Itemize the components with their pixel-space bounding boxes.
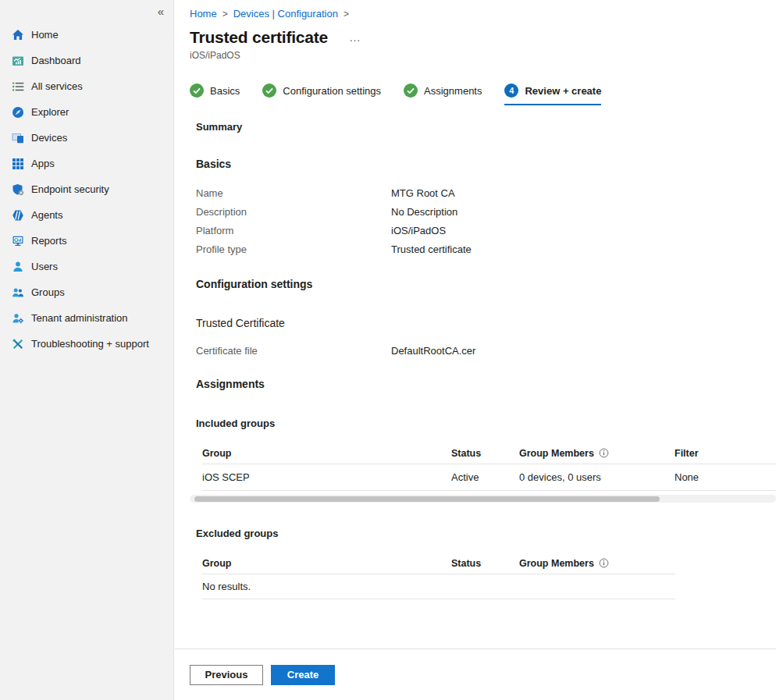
tab-configuration-settings[interactable]: Configuration settings <box>262 84 381 105</box>
sidebar-item-label: Tenant administration <box>31 312 128 324</box>
empty-results-row: No results. <box>202 574 675 599</box>
tab-label: Basics <box>210 85 240 97</box>
basics-summary: Name MTG Root CA Description No Descript… <box>196 183 776 258</box>
sidebar-item-home[interactable]: Home <box>0 22 173 48</box>
sidebar-item-label: Agents <box>31 209 62 221</box>
sidebar-item-reports[interactable]: Reports <box>0 228 173 254</box>
sidebar-item-agents[interactable]: Agents <box>0 202 173 228</box>
row-value: MTG Root CA <box>391 187 455 199</box>
sidebar-nav: Home Dashboard All services Explorer <box>0 22 173 357</box>
assignments-heading: Assignments <box>196 377 776 391</box>
row-label: Certificate file <box>196 345 391 357</box>
sidebar-item-all-services[interactable]: All services <box>0 73 173 99</box>
sidebar: « Home Dashboard All services <box>0 0 174 700</box>
column-header-group-members: Group Members <box>519 558 675 569</box>
summary-row-platform: Platform iOS/iPadOS <box>196 221 776 240</box>
all-services-icon <box>11 80 24 93</box>
tab-assignments[interactable]: Assignments <box>404 84 482 105</box>
table-row[interactable]: iOS SCEP Active 0 devices, 0 users None <box>202 464 776 491</box>
tab-basics[interactable]: Basics <box>190 84 240 105</box>
column-header-group-members: Group Members <box>519 448 675 459</box>
table-header-row: Group Status Group Members Filter <box>202 442 776 464</box>
cell-filter: None <box>675 471 776 483</box>
table-header-row: Group Status Group Members <box>202 553 675 574</box>
summary-heading: Summary <box>196 121 776 133</box>
step-number-icon: 4 <box>504 84 518 98</box>
horizontal-scrollbar[interactable] <box>190 495 776 503</box>
page-subtitle: iOS/iPadOS <box>190 50 776 62</box>
breadcrumb-home-link[interactable]: Home <box>190 8 217 20</box>
row-value: No Description <box>391 206 457 218</box>
tab-label: Review + create <box>525 85 601 97</box>
sidebar-item-troubleshooting[interactable]: Troubleshooting + support <box>0 331 173 357</box>
scrollbar-thumb[interactable] <box>194 496 660 502</box>
info-icon[interactable] <box>599 448 609 458</box>
excluded-groups-table: Group Status Group Members No results. <box>202 553 675 599</box>
sidebar-item-explorer[interactable]: Explorer <box>0 99 173 125</box>
row-label: Description <box>196 206 391 218</box>
summary-row-description: Description No Description <box>196 202 776 221</box>
no-results-text: No results. <box>202 581 451 592</box>
explorer-icon <box>11 105 24 119</box>
endpoint-security-icon <box>11 183 24 196</box>
sidebar-item-label: Dashboard <box>31 55 81 66</box>
row-label: Platform <box>196 225 391 236</box>
sidebar-item-label: Troubleshooting + support <box>31 338 149 350</box>
cell-status: Active <box>451 471 519 483</box>
users-icon <box>11 260 24 273</box>
breadcrumb-devices-configuration-link[interactable]: Devices | Configuration <box>233 8 338 20</box>
row-label: Name <box>196 187 391 199</box>
summary-row-name: Name MTG Root CA <box>196 183 776 202</box>
included-groups-table: Group Status Group Members Filter iOS SC… <box>202 442 776 491</box>
reports-icon <box>11 234 24 247</box>
sidebar-item-endpoint-security[interactable]: Endpoint security <box>0 176 173 202</box>
groups-icon <box>11 286 24 299</box>
apps-icon <box>11 157 24 170</box>
row-value: Trusted certificate <box>391 243 472 255</box>
cell-group: iOS SCEP <box>202 471 451 483</box>
trusted-certificate-subheading: Trusted Certificate <box>196 316 776 330</box>
sidebar-item-label: Endpoint security <box>31 183 109 195</box>
summary-row-certificate-file: Certificate file DefaultRootCA.cer <box>196 341 776 360</box>
home-icon <box>11 28 24 41</box>
tab-review-create[interactable]: 4 Review + create <box>504 84 601 105</box>
included-groups-heading: Included groups <box>196 418 776 430</box>
page-title: Trusted certificate <box>190 27 328 48</box>
more-options-icon[interactable]: … <box>349 34 361 41</box>
sidebar-item-apps[interactable]: Apps <box>0 151 173 176</box>
tab-label: Assignments <box>424 85 482 97</box>
wizard-footer: Previous Create <box>175 648 776 700</box>
row-value: DefaultRootCA.cer <box>391 345 475 357</box>
cell-group-members: 0 devices, 0 users <box>519 471 675 483</box>
info-icon[interactable] <box>599 558 609 568</box>
column-header-label: Group Members <box>519 558 594 569</box>
sidebar-item-devices[interactable]: Devices <box>0 125 173 151</box>
column-header-group: Group <box>202 448 451 459</box>
step-complete-icon <box>262 84 276 98</box>
previous-button[interactable]: Previous <box>190 665 263 685</box>
agents-icon <box>11 208 24 222</box>
sidebar-item-label: Users <box>31 261 58 272</box>
create-button[interactable]: Create <box>271 665 335 685</box>
sidebar-item-users[interactable]: Users <box>0 254 173 279</box>
sidebar-item-tenant-administration[interactable]: Tenant administration <box>0 305 173 331</box>
row-label: Profile type <box>196 243 391 255</box>
sidebar-item-label: All services <box>31 80 83 92</box>
excluded-groups-heading: Excluded groups <box>196 528 776 540</box>
sidebar-item-label: Reports <box>31 235 67 247</box>
sidebar-item-label: Apps <box>31 158 55 169</box>
basics-heading: Basics <box>196 157 776 171</box>
column-header-group: Group <box>202 558 451 569</box>
breadcrumb: Home > Devices | Configuration > <box>190 8 776 20</box>
column-header-status: Status <box>451 448 519 459</box>
troubleshooting-icon <box>11 337 24 350</box>
sidebar-item-dashboard[interactable]: Dashboard <box>0 48 173 73</box>
configuration-summary: Certificate file DefaultRootCA.cer <box>196 341 776 360</box>
devices-icon <box>11 131 24 144</box>
sidebar-collapse-icon[interactable]: « <box>155 3 167 20</box>
tenant-administration-icon <box>11 311 24 325</box>
step-complete-icon <box>404 84 418 98</box>
sidebar-item-groups[interactable]: Groups <box>0 279 173 305</box>
column-header-status: Status <box>451 558 519 569</box>
sidebar-item-label: Home <box>31 29 59 41</box>
